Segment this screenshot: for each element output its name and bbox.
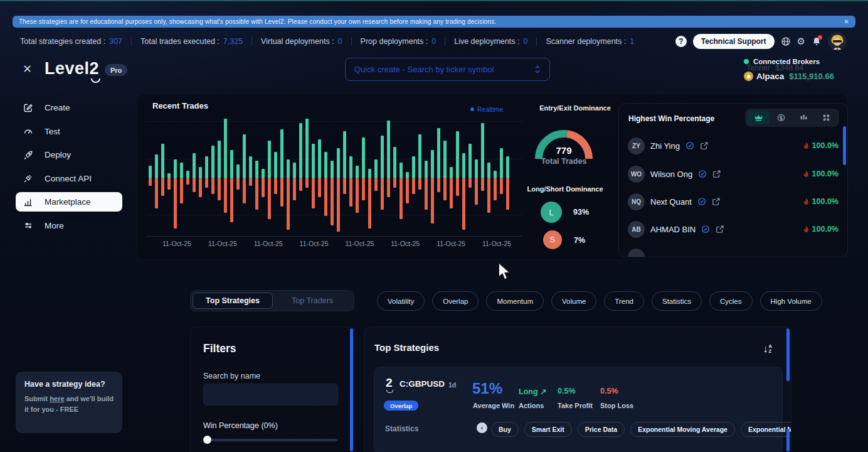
broker-alpaca-row[interactable]: Alpaca $115,910.66 [744, 72, 834, 81]
stat-live-deployments: Live deployments :0 [445, 37, 536, 46]
highest-win-title: Highest Win Percentage [628, 114, 714, 123]
strategy-category-badge: Overlap [384, 401, 418, 411]
stat-scanner-deployments: Scanner deployments :1 [536, 37, 643, 46]
flame-icon [803, 170, 810, 178]
external-link-icon[interactable] [712, 197, 721, 206]
win-percentage-slider-thumb[interactable] [203, 436, 211, 444]
disclaimer-text: These strategies are for educational pur… [19, 18, 497, 25]
sidebar-item-marketplace[interactable]: Marketplace [16, 192, 122, 212]
gear-icon[interactable]: ⚙ [797, 36, 805, 46]
mouse-cursor [497, 262, 511, 281]
level2-logo: Level2 [45, 59, 99, 78]
pill-volume[interactable]: Volume [551, 291, 596, 311]
banner-close-icon[interactable]: ✕ [844, 18, 849, 25]
win-percentage-slider-track[interactable] [206, 439, 337, 441]
stats-bar: Total strategies created :307 Total trad… [11, 31, 847, 51]
top-strategies-title: Top Strategies [374, 342, 439, 353]
level2-mark: 2 [386, 376, 393, 390]
average-win-value: 51% [472, 380, 502, 397]
external-link-icon[interactable] [712, 170, 721, 178]
filters-panel: Filters Search by name Win Percentage (0… [190, 326, 356, 452]
short-circle: S [543, 230, 562, 249]
sidebar-item-connect-api[interactable]: Connect API [16, 169, 122, 188]
tags-scroll-left-icon[interactable]: ‹ [477, 422, 487, 433]
list-item[interactable]: AB AHMAD BIN 100.0% [628, 215, 839, 243]
pill-high-volume[interactable]: High Volume [760, 291, 822, 311]
submit-here-link[interactable]: here [50, 395, 64, 402]
filter-search-input[interactable] [203, 384, 338, 406]
user-avatar[interactable] [828, 32, 847, 51]
tag-buy[interactable]: Buy [491, 422, 519, 437]
actions-label: Actions [519, 402, 544, 409]
x-axis-label: 11-Oct-25 [345, 240, 374, 247]
sidebar-item-deploy[interactable]: Deploy [16, 145, 122, 164]
sidebar-item-more[interactable]: More [16, 216, 122, 235]
sidebar-item-test[interactable]: Test [16, 122, 122, 141]
rocket-icon [23, 150, 33, 160]
help-icon[interactable]: ? [675, 36, 687, 47]
quick-create-search[interactable]: Quick create - Search by ticker symbol [345, 58, 550, 81]
pill-cycles[interactable]: Cycles [709, 291, 753, 311]
x-axis-line [146, 236, 522, 237]
strategy-idea-box: Have a strategy idea? Submit here and we… [16, 372, 122, 433]
category-pills: Volatility Overlap Momentum Volume Trend… [377, 291, 822, 311]
tag-exponential-m[interactable]: Exponential M [741, 422, 791, 437]
x-axis-label: 11-Oct-25 [482, 240, 511, 247]
avatar: ZY [628, 137, 645, 154]
take-profit-value: 0.5% [558, 387, 576, 396]
x-axis-label: 11-Oct-25 [437, 240, 465, 247]
crown-icon[interactable] [747, 110, 770, 125]
actions-value: Long ↗ [519, 387, 547, 396]
flame-icon [803, 225, 810, 234]
top-strategies-panel: Top Strategies ↓AZ 2 C:GBPUSD 1d Overlap… [364, 326, 791, 452]
pill-overlap[interactable]: Overlap [432, 291, 479, 311]
stop-loss-value: 0.5% [600, 387, 618, 396]
strategy-card[interactable]: 2 C:GBPUSD 1d Overlap 51% Average Win Lo… [374, 367, 783, 452]
technical-support-button[interactable]: Technical Support [693, 34, 775, 49]
trades-bar-chart [149, 117, 509, 235]
window-accent-line [0, 0, 868, 1]
strategy-timeframe: 1d [448, 381, 456, 389]
plug-icon [23, 173, 33, 183]
pill-volatility[interactable]: Volatility [377, 291, 425, 311]
pill-trend[interactable]: Trend [604, 291, 644, 311]
list-item[interactable]: WO Wilson Ong 100.0% [628, 160, 839, 188]
notification-dot [818, 35, 822, 40]
list-item[interactable]: ZY Zhi Ying 100.0% [628, 132, 839, 159]
filters-scrollbar[interactable] [350, 328, 353, 451]
gauge-icon [23, 126, 33, 136]
coins-icon[interactable] [770, 110, 792, 125]
tag-price-data[interactable]: Price Data [578, 422, 625, 437]
idea-title: Have a strategy idea? [24, 380, 114, 389]
tab-top-traders[interactable]: Top Traders [273, 293, 352, 309]
strategies-scrollbar-top[interactable] [786, 328, 790, 381]
globe-icon[interactable] [781, 36, 791, 46]
leaderboard-scrollbar[interactable] [843, 126, 846, 165]
verified-icon [685, 141, 694, 150]
strategies-scrollbar-bottom[interactable] [786, 429, 790, 451]
sidebar-item-create[interactable]: Create [16, 98, 122, 117]
external-link-icon[interactable] [700, 141, 709, 150]
bell-icon[interactable] [812, 36, 822, 46]
alpaca-icon [744, 72, 753, 81]
flame-icon [803, 142, 810, 150]
stat-total-trades: Total trades executed :7,325 [131, 37, 251, 46]
sidebar-toggle-icon[interactable]: ✕ [23, 62, 32, 76]
search-by-name-label: Search by name [203, 372, 260, 380]
candles-icon[interactable] [792, 110, 815, 125]
tab-top-strategies[interactable]: Top Strategies [193, 293, 273, 309]
tag-smart-exit[interactable]: Smart Exit [524, 422, 572, 437]
pill-momentum[interactable]: Momentum [486, 291, 544, 311]
win-percentage-label: Win Percentage (0%) [203, 421, 278, 430]
grid-icon[interactable] [815, 110, 837, 125]
entry-exit-dominance-title: Entry/Exit Dominance [531, 104, 619, 112]
statistics-label: Statistics [385, 424, 418, 433]
external-link-icon[interactable] [716, 225, 724, 234]
flame-icon [803, 198, 810, 206]
pill-statistics[interactable]: Statistics [652, 291, 702, 311]
list-item[interactable]: NQ Next Quant 100.0% [628, 188, 839, 215]
tag-ema[interactable]: Exponential Moving Average [630, 422, 735, 437]
sort-az-icon[interactable]: ↓AZ [763, 343, 772, 355]
connected-brokers[interactable]: Connected Brokers Tenner$348.64 Alpaca $… [744, 58, 855, 83]
quick-create-placeholder: Quick create - Search by ticker symbol [354, 65, 494, 74]
